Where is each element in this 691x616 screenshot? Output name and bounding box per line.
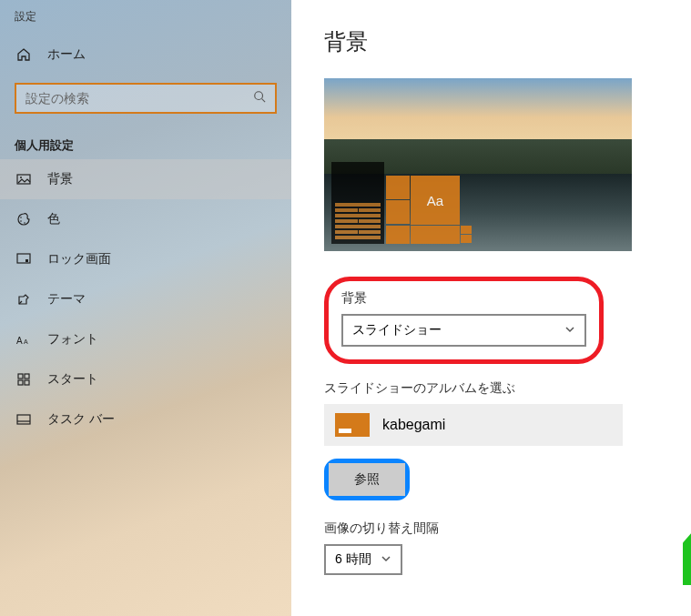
svg-point-4 xyxy=(20,217,22,218)
annotation-blue-circle: 参照 xyxy=(324,459,410,500)
svg-point-0 xyxy=(255,92,263,100)
search-input-wrap[interactable] xyxy=(15,83,277,114)
sidebar-item-taskbar[interactable]: タスク バー xyxy=(0,399,291,439)
search-input[interactable] xyxy=(25,91,253,106)
sidebar-item-label: テーマ xyxy=(47,291,86,308)
svg-rect-12 xyxy=(25,374,29,379)
category-title: 個人用設定 xyxy=(0,128,291,159)
sidebar-item-label: スタート xyxy=(47,371,98,388)
interval-dropdown[interactable]: 6 時間 xyxy=(324,544,402,575)
sidebar-item-fonts[interactable]: AA フォント xyxy=(0,319,291,359)
album-label: スライドショーのアルバムを選ぶ xyxy=(324,380,658,397)
svg-rect-13 xyxy=(18,380,23,385)
sidebar-item-colors[interactable]: 色 xyxy=(0,199,291,239)
background-label: 背景 xyxy=(341,290,586,307)
background-mode-dropdown[interactable]: スライドショー xyxy=(341,314,586,347)
main-panel: 背景 Aa xyxy=(291,0,691,616)
svg-point-5 xyxy=(20,220,22,222)
sidebar-item-label: フォント xyxy=(47,331,98,348)
taskbar-icon xyxy=(16,412,31,427)
svg-point-6 xyxy=(24,222,25,224)
folder-icon xyxy=(335,413,370,437)
svg-rect-14 xyxy=(25,380,29,385)
preview-sample-text: Aa xyxy=(411,176,460,225)
home-label: ホーム xyxy=(47,46,86,63)
sidebar-item-label: ロック画面 xyxy=(47,251,111,268)
lockscreen-icon xyxy=(16,252,31,267)
interval-label: 画像の切り替え間隔 xyxy=(324,520,658,537)
sidebar-item-label: タスク バー xyxy=(47,411,115,428)
browse-button[interactable]: 参照 xyxy=(329,463,405,496)
sidebar-item-label: 背景 xyxy=(47,171,73,187)
album-item[interactable]: kabegami xyxy=(324,404,623,446)
interval-value: 6 時間 xyxy=(335,551,371,568)
chevron-down-icon xyxy=(381,552,391,567)
svg-rect-15 xyxy=(17,415,30,424)
sidebar: 設定 ホーム 個人用設定 背景 色 ロック画面 xyxy=(0,0,291,616)
window-title: 設定 xyxy=(0,0,291,34)
svg-rect-11 xyxy=(18,374,23,379)
sidebar-item-label: 色 xyxy=(47,211,60,227)
sidebar-item-start[interactable]: スタート xyxy=(0,359,291,399)
svg-point-3 xyxy=(20,177,22,178)
svg-line-1 xyxy=(262,99,266,103)
font-icon: AA xyxy=(16,332,31,347)
svg-text:A: A xyxy=(16,336,23,346)
annotation-green-arrow xyxy=(683,521,691,589)
desktop-preview: Aa xyxy=(324,78,632,251)
annotation-red-circle: 背景 スライドショー xyxy=(324,277,604,364)
sidebar-item-lockscreen[interactable]: ロック画面 xyxy=(0,239,291,279)
palette-icon xyxy=(16,212,31,227)
home-button[interactable]: ホーム xyxy=(0,34,291,76)
album-name: kabegami xyxy=(382,417,445,433)
page-title: 背景 xyxy=(324,27,658,56)
search-icon xyxy=(253,90,266,106)
sidebar-item-themes[interactable]: テーマ xyxy=(0,279,291,319)
dropdown-value: スライドショー xyxy=(352,322,442,338)
svg-rect-8 xyxy=(25,259,28,262)
home-icon xyxy=(16,47,31,62)
sidebar-item-background[interactable]: 背景 xyxy=(0,159,291,199)
start-icon xyxy=(16,372,31,387)
picture-icon xyxy=(16,172,31,187)
chevron-down-icon xyxy=(564,323,575,338)
theme-icon xyxy=(16,292,31,307)
svg-text:A: A xyxy=(24,338,28,345)
